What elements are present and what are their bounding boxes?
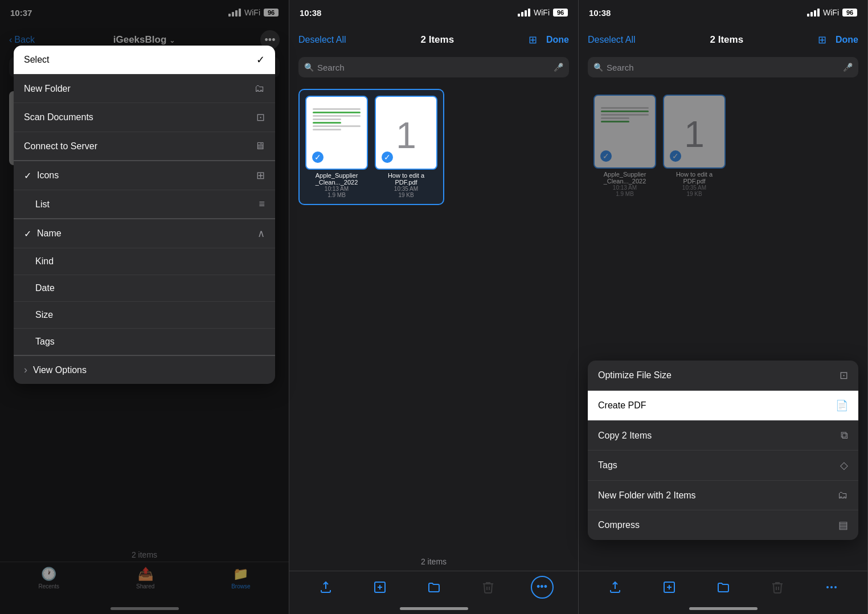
panel-1: 10:37 WiFi 96 ‹ Back iGeeksBlog ⌄ ••• 🔍 …: [0, 0, 289, 614]
home-indicator-2: [289, 603, 578, 614]
file-item-3-2: 1 ✓ How to edit a PDF.pdf 10:35 AM 19 KB: [663, 95, 726, 197]
context-compress[interactable]: Compress ▤: [588, 510, 858, 540]
file-thumb-3-2: 1 ✓: [663, 95, 726, 169]
items-count-label-3: 2 Items: [710, 34, 744, 46]
nav-bar-2: Deselect All 2 Items ⊞ Done: [289, 25, 578, 55]
share-button-2[interactable]: [314, 576, 337, 599]
check-badge-1: ✓: [311, 150, 325, 164]
battery-icon-3: 96: [842, 9, 857, 17]
trash-button-2[interactable]: [477, 576, 499, 599]
file-grid-area-3: ✓ Apple_Supplier _Clean..._2022 10:13 AM…: [579, 82, 867, 210]
items-count-2: 2 items: [289, 552, 578, 571]
context-tags[interactable]: Tags ◇: [588, 451, 858, 481]
list-icon: ≡: [259, 198, 265, 210]
context-copy-items[interactable]: Copy 2 Items ⧉: [588, 421, 858, 451]
file-time-3-2: 10:35 AM: [682, 185, 706, 191]
arrow-right-icon: ›: [24, 364, 27, 376]
done-button-3[interactable]: Done: [836, 35, 858, 45]
folder-button-3[interactable]: [712, 576, 735, 599]
new-folder-items-icon: 🗂: [838, 489, 848, 501]
tags-icon: ◇: [840, 459, 848, 472]
menu-item-icons[interactable]: ✓ Icons ⊞: [14, 161, 275, 190]
check-badge-2: ✓: [380, 150, 394, 164]
check-icon-name: ✓: [24, 228, 31, 239]
file-thumb-2: 1 ✓: [375, 96, 437, 170]
check-badge-3-1: ✓: [599, 149, 613, 163]
status-time-3: 10:38: [589, 8, 611, 18]
add-button-3[interactable]: [658, 576, 681, 599]
nav-bar-3: Deselect All 2 Items ⊞ Done: [579, 25, 867, 55]
menu-item-sort-tags[interactable]: Tags: [14, 329, 275, 356]
panel-2: 10:38 WiFi 96 Deselect All 2 Items ⊞ Don…: [289, 0, 579, 614]
context-create-pdf[interactable]: Create PDF 📄: [588, 391, 858, 421]
menu-item-scan[interactable]: Scan Documents ⊡: [14, 103, 275, 132]
deselect-all-button-2[interactable]: Deselect All: [298, 35, 346, 45]
scan-icon: ⊡: [256, 111, 265, 124]
search-bar-2[interactable]: 🔍 Search 🎤: [298, 57, 569, 77]
pdf-icon: 📄: [836, 399, 848, 412]
file-name-3-2: How to edit a PDF.pdf: [676, 171, 713, 185]
number-icon: 1: [396, 117, 416, 154]
wifi-icon-2: WiFi: [534, 8, 550, 17]
sort-ascending-icon: ∧: [257, 227, 265, 240]
status-bar-2: 10:38 WiFi 96: [289, 0, 578, 25]
toolbar-2: •••: [289, 571, 578, 603]
file-time-3-1: 10:13 AM: [613, 185, 637, 191]
menu-item-select[interactable]: Select ✓: [14, 46, 275, 75]
selection-box: ✓ Apple_Supplier _Clean..._2022 10:13 AM…: [298, 89, 444, 205]
menu-item-sort-name[interactable]: ✓ Name ∧: [14, 219, 275, 248]
menu-item-view-options[interactable]: › View Options: [14, 356, 275, 384]
menu-item-sort-size[interactable]: Size: [14, 302, 275, 329]
folder-button-2[interactable]: [423, 576, 445, 599]
file-item-1[interactable]: ✓ Apple_Supplier _Clean..._2022 10:13 AM…: [305, 96, 368, 198]
server-icon: 🖥: [255, 140, 265, 152]
deselect-all-button-3[interactable]: Deselect All: [588, 35, 636, 45]
more-dots-button-3[interactable]: [820, 576, 843, 599]
items-count-label-2: 2 Items: [421, 34, 455, 46]
copy-icon: ⧉: [841, 429, 848, 441]
svg-point-2: [827, 587, 828, 588]
menu-item-sort-kind[interactable]: Kind: [14, 248, 275, 275]
file-time-2: 10:35 AM: [394, 186, 418, 192]
file-time-1: 10:13 AM: [325, 186, 349, 192]
mic-icon-2: 🎤: [554, 63, 563, 72]
grid-view-icon-3[interactable]: ⊞: [818, 34, 826, 46]
signal-icon-3: [807, 9, 820, 17]
checkmark-circle-icon: ✓: [256, 54, 265, 66]
search-icon-2: 🔍: [304, 63, 314, 72]
svg-point-4: [835, 587, 836, 588]
context-menu: Optimize File Size ⊡ Create PDF 📄 Copy 2…: [588, 361, 858, 540]
file-size-3-1: 1.9 MB: [616, 191, 634, 197]
add-button-2[interactable]: [369, 576, 391, 599]
menu-item-list[interactable]: List ≡: [14, 190, 275, 219]
svg-point-3: [831, 587, 832, 588]
toolbar-3: [579, 571, 867, 603]
status-bar-3: 10:38 WiFi 96: [579, 0, 867, 25]
panel-3: 10:38 WiFi 96 Deselect All 2 Items ⊞ Don…: [579, 0, 868, 614]
menu-item-new-folder[interactable]: New Folder 🗂: [14, 75, 275, 103]
mic-icon-3: 🎤: [843, 63, 853, 72]
menu-item-sort-date[interactable]: Date: [14, 275, 275, 302]
context-optimize[interactable]: Optimize File Size ⊡: [588, 361, 858, 391]
file-size-1: 1.9 MB: [327, 192, 346, 198]
home-indicator-3: [579, 603, 867, 614]
done-button-2[interactable]: Done: [546, 35, 569, 45]
more-button-2[interactable]: •••: [531, 576, 554, 599]
search-bar-3[interactable]: 🔍 Search 🎤: [588, 57, 858, 77]
grid-view-icon-2[interactable]: ⊞: [529, 34, 537, 46]
status-icons-2: WiFi 96: [518, 8, 568, 17]
menu-item-server[interactable]: Connect to Server 🖥: [14, 132, 275, 161]
signal-icon-2: [518, 9, 530, 17]
file-name-1: Apple_Supplier _Clean..._2022: [316, 172, 358, 186]
status-time-2: 10:38: [300, 8, 321, 18]
file-name-3-1: Apple_Supplier _Clean..._2022: [604, 171, 646, 185]
compress-icon: ▤: [838, 519, 848, 531]
context-new-folder-items[interactable]: New Folder with 2 Items 🗂: [588, 481, 858, 510]
file-grid-area-2: ✓ Apple_Supplier _Clean..._2022 10:13 AM…: [289, 82, 578, 212]
share-button-3[interactable]: [604, 576, 627, 599]
number-icon-3: 1: [684, 116, 705, 153]
wifi-icon-3: WiFi: [823, 8, 839, 17]
check-icon: ✓: [24, 170, 31, 181]
trash-button-3[interactable]: [766, 576, 789, 599]
file-item-2[interactable]: 1 ✓ How to edit a PDF.pdf 10:35 AM 19 KB: [375, 96, 437, 198]
